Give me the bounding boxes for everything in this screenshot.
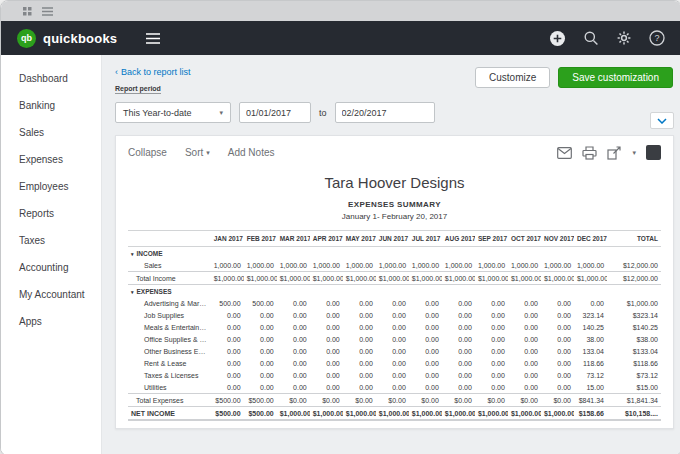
value-cell: 0.00 [244,321,277,333]
sort-label: Sort [185,147,203,158]
collapse-triangle-icon[interactable]: ▾ [131,251,134,257]
date-to-input[interactable] [335,102,435,123]
column-header-jan-2017: JAN 2017 [211,231,244,247]
row-label: Total Income [136,275,176,282]
value-cell: 0.00 [442,357,475,369]
customize-button[interactable]: Customize [475,67,550,88]
main-content: ‹ Back to report list Report period Cust… [102,55,680,454]
value-cell: 1,000.00 [541,259,574,272]
hamburger-menu-icon[interactable] [145,32,161,45]
report-toolbar-icons: ▾ [557,145,661,160]
value-cell: $12,000.00 [607,272,661,285]
value-cell: 0.00 [409,369,442,381]
value-cell: $1,000.00 [508,272,541,285]
report-date-range: January 1- February 20, 2017 [116,212,673,221]
sidebar-item-banking[interactable]: Banking [1,92,101,119]
value-cell: $1,000.00 [409,272,442,285]
sidebar-item-my-accountant[interactable]: My Accountant [1,281,101,308]
column-header-sep-2017: SEP 2017 [475,231,508,247]
value-cell: 0.00 [508,357,541,369]
date-from-input[interactable] [239,102,311,123]
value-cell [508,247,541,260]
value-cell: $500.00 [211,394,244,407]
value-cell: 73.12 [574,369,607,381]
help-icon[interactable]: ? [649,30,665,46]
value-cell: 0.00 [475,321,508,333]
report-period-value: This Year-to-date [123,108,192,118]
row-label: Other Business Expenses [144,348,211,355]
row-label-cell: ▾INCOME [128,247,211,260]
report-settings-button[interactable] [646,145,661,160]
svg-text:?: ? [654,33,659,43]
sidebar-item-accounting[interactable]: Accounting [1,254,101,281]
chevron-down-icon: ▾ [219,109,223,117]
back-and-period: ‹ Back to report list Report period [115,67,191,95]
sidebar-item-reports[interactable]: Reports [1,200,101,227]
value-cell: $0.00 [409,394,442,407]
report-period-controls: This Year-to-date ▾ to [102,95,680,123]
report-header: Tara Hoover Designs EXPENSES SUMMARY Jan… [116,174,673,221]
row-label[interactable]: EXPENSES [137,288,172,295]
value-cell: 1,000.00 [574,259,607,272]
value-cell: 0.00 [541,333,574,345]
sidebar-item-taxes[interactable]: Taxes [1,227,101,254]
sidebar-item-expenses[interactable]: Expenses [1,146,101,173]
value-cell: 0.00 [343,333,376,345]
export-icon[interactable] [607,146,622,160]
collapse-button[interactable]: Collapse [128,147,167,158]
collapse-label: Collapse [128,147,167,158]
row-label: Total Expenses [136,397,183,404]
report-row-rent-lease: Rent & Lease0.000.000.000.000.000.000.00… [128,357,661,369]
sidebar-item-apps[interactable]: Apps [1,308,101,335]
brand-wordmark: quickbooks [43,31,117,46]
value-cell: 0.00 [310,381,343,394]
value-cell: 0.00 [211,369,244,381]
value-cell: 0.00 [376,333,409,345]
value-cell: 0.00 [277,297,310,309]
value-cell [442,247,475,260]
value-cell: 0.00 [409,357,442,369]
save-customization-button[interactable]: Save customization [558,67,673,88]
value-cell: 0.00 [211,345,244,357]
sort-button[interactable]: Sort ▾ [185,147,210,158]
row-label[interactable]: INCOME [137,250,163,257]
value-cell: 0.00 [310,369,343,381]
search-icon[interactable] [583,30,599,46]
add-notes-button[interactable]: Add Notes [228,147,275,158]
row-label-cell: Rent & Lease [128,357,211,369]
value-cell: 0.00 [541,357,574,369]
collapse-triangle-icon[interactable]: ▾ [131,289,134,295]
value-cell: 0.00 [277,345,310,357]
value-cell: $1,000.00 [574,272,607,285]
logo-text: qb [21,33,32,43]
value-cell: 0.00 [475,357,508,369]
back-link[interactable]: ‹ Back to report list [115,67,191,77]
value-cell: 0.00 [475,309,508,321]
value-cell: 0.00 [277,357,310,369]
value-cell: $10,158.... [607,407,661,421]
print-icon[interactable] [582,146,597,160]
value-cell: 0.00 [409,309,442,321]
report-row-expenses: ▾EXPENSES [128,285,661,298]
value-cell: $0.00 [541,394,574,407]
row-label: Sales [144,262,162,269]
row-label: Advertising & Marketing [144,300,211,307]
value-cell [310,247,343,260]
report-period-select[interactable]: This Year-to-date ▾ [115,102,231,123]
report-row-taxes-licenses: Taxes & Licenses0.000.000.000.000.000.00… [128,369,661,381]
sidebar-item-dashboard[interactable]: Dashboard [1,65,101,92]
row-label-cell: Sales [128,259,211,272]
create-plus-icon[interactable] [549,30,566,47]
report-row-job-supplies: Job Supplies0.000.000.000.000.000.000.00… [128,309,661,321]
sidebar-item-sales[interactable]: Sales [1,119,101,146]
email-icon[interactable] [557,147,572,159]
panel-collapse-chevron[interactable] [650,112,674,129]
value-cell: 0.00 [376,345,409,357]
value-cell [277,285,310,298]
value-cell: 0.00 [541,381,574,394]
column-header-aug-2017: AUG 2017 [442,231,475,247]
export-caret-icon[interactable]: ▾ [632,149,636,157]
sidebar-item-employees[interactable]: Employees [1,173,101,200]
value-cell: 0.00 [244,369,277,381]
settings-gear-icon[interactable] [616,30,632,46]
